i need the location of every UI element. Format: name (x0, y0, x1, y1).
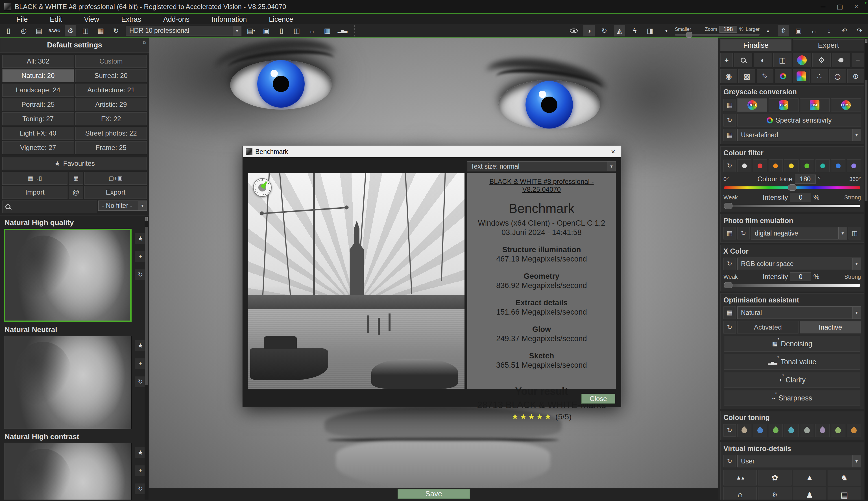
close-window-button[interactable]: × (855, 3, 858, 11)
preset-thumbnail-natural-high-quality[interactable] (4, 229, 131, 322)
clarity-row[interactable]: ◖▾ Clarity (724, 372, 860, 388)
colour-filter-blue[interactable] (831, 159, 845, 172)
menu-extras[interactable]: Extras (121, 15, 141, 23)
menu-view[interactable]: View (84, 15, 99, 23)
greyscale-mode-hsv[interactable]: HSV (769, 98, 799, 112)
greyscale-mode-luma[interactable]: LUMA (831, 98, 861, 112)
category-natural[interactable]: Natural: 20 (2, 69, 74, 82)
at-button[interactable]: @ (68, 186, 83, 199)
maximize-button[interactable]: ▢ (837, 3, 843, 11)
copy-stack-icon[interactable]: ▣ (261, 25, 272, 36)
assistant-preset-dropdown[interactable]: Natural ▼ (737, 307, 861, 319)
colour-filter-white[interactable] (737, 159, 751, 172)
intensity-value[interactable]: 0 (790, 193, 811, 202)
add-variant-icon[interactable]: + (135, 466, 146, 476)
layout-icon[interactable]: ◫ (291, 25, 302, 36)
auto-optimise-icon[interactable]: ⚙ (812, 53, 831, 67)
tab-expert[interactable]: Expert (793, 39, 864, 51)
drawing-pen-icon[interactable]: ✎ (757, 69, 773, 83)
greyscale-mode-rgb[interactable]: RGB (737, 98, 767, 112)
new-file-icon[interactable]: ▯ (3, 25, 14, 36)
zoom-slider-handle[interactable] (686, 32, 692, 38)
category-toning[interactable]: Toning: 27 (2, 113, 74, 125)
xcolor-intensity-slider[interactable] (724, 284, 860, 287)
close-button[interactable]: Close (581, 394, 615, 404)
colour-filter-teal[interactable] (815, 159, 829, 172)
aperture-icon[interactable]: ⊛ (847, 69, 864, 83)
film-settings-icon[interactable]: ◫ (848, 227, 861, 239)
dropdown-arrow-icon[interactable]: ▼ (607, 161, 615, 171)
preset-thumbnail-natural-high-contrast[interactable] (4, 443, 131, 500)
app-version-link[interactable]: BLACK & WHITE #8 professional - V8.25.04… (470, 178, 613, 193)
zoom-slider[interactable] (675, 34, 760, 35)
water-drop-icon[interactable] (832, 53, 850, 67)
assistant-inactive-button[interactable]: Inactive (800, 321, 861, 333)
export-button[interactable]: Export (84, 186, 147, 199)
denoising-row[interactable]: ▩▾ Denoising (724, 336, 860, 352)
preset-scrollbar-thumb[interactable] (145, 227, 148, 385)
flip-compare-icon[interactable]: ◭ (614, 25, 625, 36)
toning-green[interactable] (769, 424, 783, 437)
refresh-icon[interactable]: ↻ (724, 424, 736, 437)
dropdown-arrow-icon[interactable]: ▼ (852, 258, 861, 270)
refresh-icon[interactable]: ↻ (724, 160, 736, 172)
colour-tone-handle[interactable] (788, 184, 796, 191)
add-variant-icon[interactable]: + (135, 251, 146, 262)
refresh-icon[interactable]: ↻ (724, 321, 736, 333)
toning-violet[interactable] (815, 424, 829, 437)
favourites-button[interactable]: ★ Favourites (2, 157, 147, 170)
refresh-view-icon[interactable]: ↻ (599, 25, 610, 36)
colour-sphere-icon[interactable] (793, 53, 811, 67)
micro-lamp-icon[interactable]: ⚙ (758, 487, 792, 500)
dropdown-arrow-icon[interactable]: ▼ (233, 26, 241, 35)
vignette-icon[interactable]: ◉ (720, 69, 737, 83)
resize-height-icon[interactable]: ↕ (823, 25, 835, 36)
preset-grid-icon[interactable]: ▦ (724, 99, 736, 111)
zoom-in-fit-icon[interactable]: ▲ (762, 25, 774, 36)
preset-grid-icon[interactable]: ▦ (724, 307, 736, 319)
history-icon[interactable]: ◴ (18, 25, 29, 36)
category-lightfx[interactable]: Light FX: 40 (2, 127, 74, 140)
micro-flower-icon[interactable]: ✿ (758, 470, 792, 486)
add-filter-icon[interactable]: + (720, 53, 733, 67)
menu-licence[interactable]: Licence (269, 15, 293, 23)
refresh-icon[interactable]: ↻ (724, 114, 736, 127)
preview-eye-icon[interactable] (568, 25, 579, 36)
raw-settings-icon[interactable]: RAW⚙ (49, 25, 61, 36)
toning-sepia[interactable] (737, 424, 751, 437)
category-portrait[interactable]: Portrait: 25 (2, 98, 74, 111)
xcolor-space-dropdown[interactable]: RGB colour space ▼ (737, 258, 861, 270)
menu-information[interactable]: Information (212, 15, 247, 23)
node-graph-icon[interactable]: ∴ (811, 69, 828, 83)
batch-settings-icon[interactable]: ⚙ (65, 25, 76, 36)
sharpness-row[interactable]: ▪▪▾ Sharpness (724, 390, 860, 406)
micro-document-icon[interactable]: ▤ (828, 487, 861, 500)
rotate-left-icon[interactable]: ↶ (839, 25, 850, 36)
category-streetphotos[interactable]: Street photos: 22 (75, 127, 147, 140)
toning-teal[interactable] (784, 424, 798, 437)
import-button[interactable]: Import (2, 186, 67, 199)
dropdown-arrow-icon[interactable]: ▼ (138, 201, 147, 210)
export-grid-icon[interactable]: ▢+▣ (84, 172, 147, 185)
intensity-handle[interactable] (724, 203, 732, 209)
category-artistic[interactable]: Artistic: 29 (75, 98, 147, 111)
micro-house-icon[interactable]: ⌂ (724, 487, 757, 500)
refresh-icon[interactable]: ↻ (724, 455, 736, 467)
remove-filter-icon[interactable]: − (851, 53, 864, 67)
colour-wheel-icon[interactable] (775, 69, 792, 83)
dual-view-icon[interactable]: ◨ (644, 25, 656, 36)
toning-olive[interactable] (831, 424, 845, 437)
free-resize-icon[interactable]: ⇳ (778, 25, 789, 36)
colour-filter-green[interactable] (800, 159, 814, 172)
filter-brush-icon[interactable]: ◍ (829, 69, 846, 83)
colour-tone-value[interactable]: 180 (795, 174, 816, 183)
tab-finalise[interactable]: Finalise (720, 39, 792, 51)
search-input[interactable] (13, 203, 94, 210)
film-emulation-dropdown[interactable]: digital negative ▼ (751, 227, 847, 239)
tonal-value-row[interactable]: ▂▅▃▾ Tonal value (724, 354, 860, 370)
intensity-slider[interactable] (724, 205, 860, 207)
panel-icon[interactable]: ▥ (322, 25, 333, 36)
detach-panel-icon[interactable]: ⧉ (143, 40, 146, 45)
preset-grid-icon[interactable]: ▦ (724, 129, 736, 141)
toning-blue[interactable] (753, 424, 767, 437)
